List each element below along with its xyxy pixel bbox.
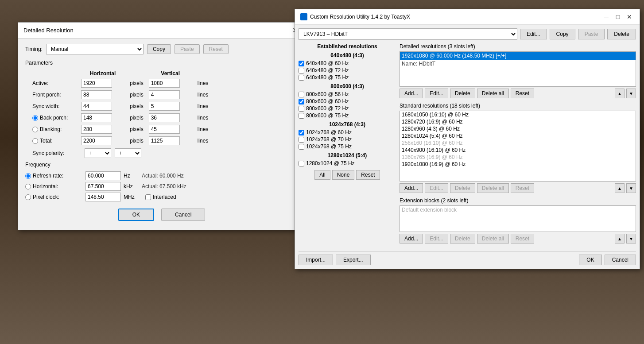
sync-width-v-input[interactable] — [149, 102, 180, 111]
res-1024-70-checkbox[interactable] — [299, 137, 304, 143]
res-1280-75-checkbox[interactable] — [299, 161, 304, 166]
res-1024-60-checkbox[interactable] — [299, 130, 304, 135]
timing-select[interactable]: Manual — [46, 44, 144, 54]
res-1024-75-checkbox[interactable] — [299, 144, 304, 150]
delete-device-button[interactable]: Delete — [607, 29, 636, 39]
detailed-resolutions-listbox[interactable]: 1920x1080 @ 60.000 Hz (148.50 MHz) [+/+]… — [400, 51, 636, 87]
down-standard-button[interactable]: ▼ — [626, 183, 636, 193]
paste-device-button[interactable]: Paste — [578, 29, 605, 39]
list-item[interactable]: 1280x960 (4:3) @ 60 Hz — [400, 125, 636, 132]
res-800-56-checkbox[interactable] — [299, 92, 304, 97]
import-button[interactable]: Import... — [299, 255, 333, 265]
edit-extension-button[interactable]: Edit... — [425, 234, 448, 244]
reset-detailed-button[interactable]: Reset — [511, 89, 534, 98]
reset-standard-button[interactable]: Reset — [511, 183, 534, 193]
up-extension-button[interactable]: ▲ — [615, 234, 625, 244]
timing-reset-button[interactable]: Reset — [203, 44, 229, 54]
list-item[interactable]: 1280x720 (16:9) @ 60 Hz — [400, 118, 636, 125]
list-item[interactable]: 1680x1050 (16:10) @ 60 Hz — [400, 111, 636, 118]
horizontal-freq-input[interactable] — [85, 182, 121, 191]
add-detailed-button[interactable]: Add... — [400, 89, 423, 98]
res-800-60-checkbox[interactable] — [299, 99, 304, 104]
delete-detailed-button[interactable]: Delete — [450, 89, 475, 98]
refresh-rate-input[interactable] — [85, 171, 121, 180]
res-640-72-checkbox[interactable] — [299, 68, 304, 73]
up-detailed-button[interactable]: ▲ — [615, 89, 625, 98]
refresh-rate-actual: Actual: 60.000 Hz — [142, 173, 184, 179]
add-standard-button[interactable]: Add... — [400, 183, 423, 193]
sync-polarity-label: Sync polarity: — [32, 150, 81, 156]
sync-polarity-v-select[interactable]: + - — [115, 148, 141, 158]
blanking-h-input[interactable] — [81, 125, 112, 134]
device-select[interactable]: LKV7913 – HDbitT — [299, 28, 517, 40]
edit-standard-button[interactable]: Edit... — [425, 183, 448, 193]
horizontal-header: Horizontal — [78, 70, 127, 77]
list-item[interactable]: 1360x765 (16:9) @ 60 Hz — [400, 154, 636, 161]
extension-blocks-listbox[interactable]: Default extension block — [400, 205, 636, 232]
list-item[interactable]: 1280x1024 (5:4) @ 60 Hz — [400, 132, 636, 139]
edit-device-button[interactable]: Edit... — [520, 29, 547, 39]
up-standard-button[interactable]: ▲ — [615, 183, 625, 193]
back-porch-h-input[interactable] — [81, 113, 112, 122]
res-800-72-label: 800x600 @ 72 Hz — [306, 105, 349, 112]
list-item[interactable]: 256x160 (16:10) @ 60 Hz — [400, 139, 636, 147]
front-porch-v-input[interactable] — [149, 90, 180, 99]
refresh-rate-radio[interactable] — [25, 173, 31, 179]
blanking-radio[interactable] — [32, 127, 38, 132]
delete-all-standard-button[interactable]: Delete all — [477, 183, 509, 193]
reset-extension-button[interactable]: Reset — [511, 234, 534, 244]
sync-polarity-h-select[interactable]: + - — [85, 148, 111, 158]
cru-columns: Established resolutions 640x480 (4:3) 64… — [299, 43, 636, 248]
res-640-75-checkbox[interactable] — [299, 75, 304, 81]
res-800-60-item: 800x600 @ 60 Hz — [299, 98, 396, 104]
cru-ok-button[interactable]: OK — [579, 255, 601, 265]
cru-maximize-button[interactable]: □ — [613, 13, 623, 21]
add-extension-button[interactable]: Add... — [400, 234, 423, 244]
cru-minimize-button[interactable]: ─ — [601, 13, 611, 21]
active-v-input[interactable]: 1080 — [149, 79, 180, 88]
timing-paste-button[interactable]: Paste — [175, 44, 200, 54]
front-porch-h-input[interactable] — [81, 90, 112, 99]
total-radio[interactable] — [32, 138, 38, 144]
cru-cancel-button[interactable]: Cancel — [605, 255, 636, 265]
timing-copy-button[interactable]: Copy — [147, 44, 171, 54]
none-button[interactable]: None — [332, 170, 355, 180]
cru-close-button[interactable]: ✕ — [625, 13, 634, 21]
delete-standard-button[interactable]: Delete — [450, 183, 475, 193]
edit-detailed-button[interactable]: Edit... — [425, 89, 448, 98]
blanking-v-input[interactable] — [149, 125, 180, 134]
pixel-clock-radio[interactable] — [25, 194, 31, 200]
sync-width-h-input[interactable] — [81, 102, 112, 111]
total-h-input[interactable] — [81, 136, 112, 145]
sync-width-row: Sync width: pixels lines — [25, 100, 298, 112]
delete-all-detailed-button[interactable]: Delete all — [477, 89, 509, 98]
copy-device-button[interactable]: Copy — [550, 29, 575, 39]
res-640-60-checkbox[interactable] — [299, 61, 304, 66]
res-800-75-checkbox[interactable] — [299, 113, 304, 119]
back-porch-v-input[interactable] — [149, 113, 180, 122]
horizontal-freq-radio[interactable] — [25, 184, 31, 189]
detail-listbox-selected-item[interactable]: 1920x1080 @ 60.000 Hz (148.50 MHz) [+/+] — [400, 52, 636, 60]
list-item[interactable]: 1920x1080 (16:9) @ 60 Hz — [400, 161, 636, 168]
pixel-clock-input[interactable] — [85, 193, 121, 201]
total-v-input[interactable] — [149, 136, 180, 145]
dialog-buttons: OK Cancel — [25, 209, 298, 224]
res-800-56-item: 800x600 @ 56 Hz — [299, 91, 396, 97]
dialog-cancel-button[interactable]: Cancel — [161, 209, 205, 221]
export-button[interactable]: Export... — [336, 255, 371, 265]
list-item[interactable]: 1440x900 (16:10) @ 60 Hz — [400, 147, 636, 154]
res-800-72-checkbox[interactable] — [299, 106, 304, 112]
dialog-ok-button[interactable]: OK — [118, 209, 154, 221]
all-button[interactable]: All — [314, 170, 330, 180]
res-800-75-label: 800x600 @ 75 Hz — [306, 112, 349, 119]
back-porch-radio[interactable] — [32, 115, 38, 121]
pixel-clock-unit: MHz — [124, 194, 139, 200]
delete-all-extension-button[interactable]: Delete all — [477, 234, 509, 244]
standard-resolutions-listbox[interactable]: 1680x1050 (16:10) @ 60 Hz1280x720 (16:9)… — [400, 111, 636, 182]
interlaced-checkbox[interactable] — [145, 194, 151, 200]
down-extension-button[interactable]: ▼ — [626, 234, 636, 244]
delete-extension-button[interactable]: Delete — [450, 234, 475, 244]
down-detailed-button[interactable]: ▼ — [626, 89, 636, 98]
reset-established-button[interactable]: Reset — [356, 170, 380, 180]
active-h-input[interactable]: 1920 — [81, 79, 112, 88]
